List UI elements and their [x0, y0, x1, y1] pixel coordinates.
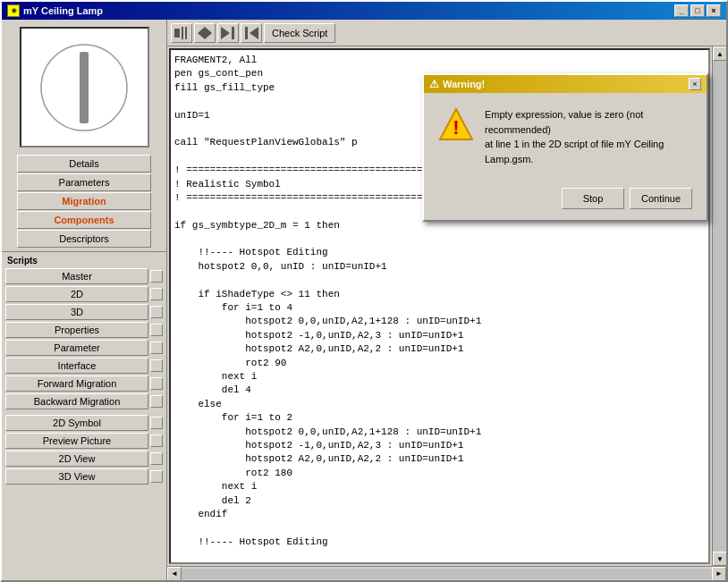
dialog-message-line1: Empty expression, value is zero (not rec…: [485, 107, 692, 137]
warning-icon-title: ⚠: [429, 78, 439, 90]
stop-button[interactable]: Stop: [562, 188, 624, 209]
dialog-message-line2: at line 1 in the 2D script of file mY Ce…: [485, 137, 692, 166]
warning-dialog: ⚠ Warning! × ! Empty expression, value i…: [422, 73, 708, 222]
dialog-close-button[interactable]: ×: [689, 78, 701, 90]
continue-button[interactable]: Continue: [630, 188, 692, 209]
dialog-body: ! Empty expression, value is zero (not r…: [424, 93, 707, 181]
warning-triangle-icon: !: [438, 107, 474, 143]
dialog-title-left: ⚠ Warning!: [429, 78, 485, 90]
svg-text:!: !: [453, 116, 459, 139]
main-window: ☀ mY Ceiling Lamp _ □ × Details Paramete…: [0, 0, 728, 582]
dialog-overlay: ⚠ Warning! × ! Empty expression, value i…: [2, 2, 726, 580]
dialog-title-bar: ⚠ Warning! ×: [424, 75, 707, 93]
dialog-message: Empty expression, value is zero (not rec…: [485, 107, 692, 166]
dialog-footer: Stop Continue: [424, 181, 707, 220]
dialog-title-label: Warning!: [443, 79, 485, 89]
